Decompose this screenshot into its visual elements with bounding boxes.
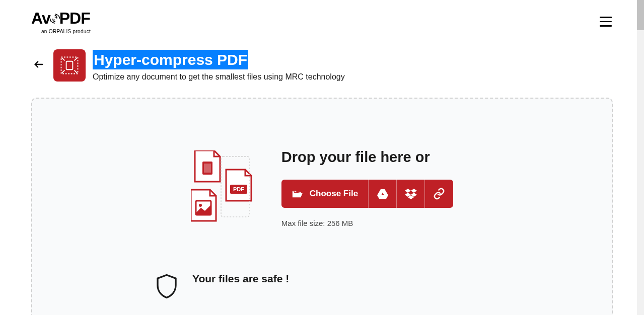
folder-open-icon — [292, 188, 303, 199]
menu-line-icon — [600, 25, 612, 27]
scrollbar-thumb[interactable] — [637, 0, 644, 30]
drop-content: PDF Drop your file here or — [52, 149, 592, 227]
drop-heading: Drop your file here or — [281, 149, 453, 166]
tool-info: Hyper-compress PDF Optimize any document… — [93, 50, 345, 82]
file-dropzone[interactable]: PDF Drop your file here or — [31, 98, 613, 315]
svg-rect-2 — [66, 61, 73, 70]
back-arrow-icon — [33, 59, 44, 70]
logo-swirl-icon — [49, 13, 60, 24]
upload-buttons-group: Choose File — [281, 180, 453, 208]
google-drive-icon — [377, 188, 389, 200]
tool-header: Hyper-compress PDF Optimize any document… — [0, 39, 644, 87]
tool-title: Hyper-compress PDF — [93, 50, 248, 69]
tool-icon-container — [53, 49, 86, 82]
safe-text-block: Your files are safe ! — [192, 273, 289, 285]
hamburger-menu-button[interactable] — [598, 15, 614, 29]
max-file-size-label: Max file size: 256 MB — [281, 219, 453, 227]
dropbox-icon — [405, 188, 417, 200]
dropbox-button[interactable] — [397, 180, 425, 208]
shield-icon — [153, 273, 180, 300]
safe-heading: Your files are safe ! — [192, 273, 289, 285]
header: Av PDF an ORPALIS product — [0, 0, 644, 39]
tool-subtitle: Optimize any document to get the smalles… — [93, 72, 345, 82]
file-types-icon: PDF — [191, 150, 256, 226]
logo-main-text: Av PDF — [31, 9, 90, 28]
compress-icon — [58, 54, 81, 76]
link-icon — [433, 188, 445, 200]
menu-line-icon — [600, 17, 612, 18]
files-illustration: PDF — [191, 150, 256, 226]
choose-file-button[interactable]: Choose File — [281, 180, 369, 208]
scrollbar-track — [637, 0, 644, 315]
logo[interactable]: Av PDF an ORPALIS product — [31, 9, 91, 34]
svg-point-8 — [199, 204, 202, 207]
logo-subtitle: an ORPALIS product — [41, 29, 91, 34]
choose-file-label: Choose File — [310, 189, 358, 199]
svg-rect-4 — [204, 164, 211, 173]
url-link-button[interactable] — [425, 180, 453, 208]
menu-line-icon — [600, 21, 612, 23]
drop-right-section: Drop your file here or Choose File — [281, 149, 453, 227]
safe-files-section: Your files are safe ! — [52, 273, 592, 300]
google-drive-button[interactable] — [369, 180, 397, 208]
svg-text:PDF: PDF — [233, 186, 244, 192]
back-button[interactable] — [31, 57, 46, 74]
